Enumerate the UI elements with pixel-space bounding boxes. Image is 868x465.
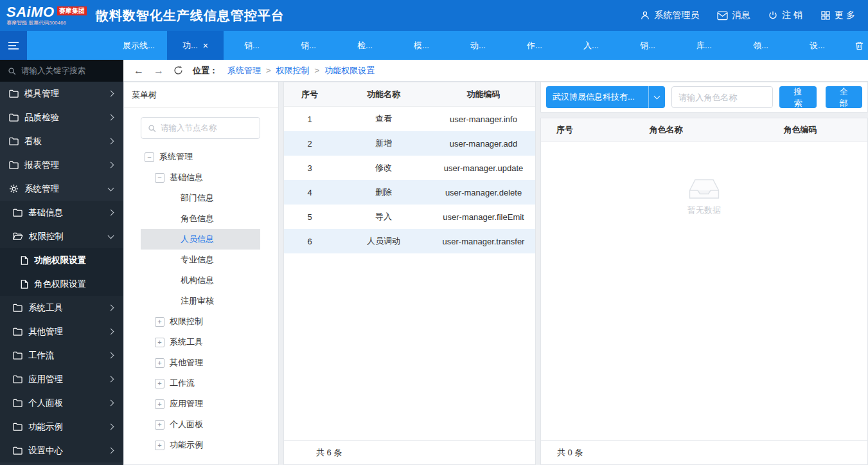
table-row[interactable]: 5 导入 user-manager.fileEmit — [284, 205, 535, 229]
sidebar-item-quality[interactable]: 品质检验 — [0, 105, 123, 129]
logout-button[interactable]: 注 销 — [768, 10, 802, 21]
tree-node-permission-control[interactable]: 权限控制 — [141, 311, 260, 332]
sidebar-item-system-tools[interactable]: 系统工具 — [0, 296, 123, 320]
tree-node-registration[interactable]: 注册审核 — [141, 291, 260, 311]
sidebar-search-input[interactable] — [21, 66, 116, 75]
expand-icon[interactable] — [155, 441, 164, 450]
gear-icon — [9, 184, 19, 194]
tab-bar: 展示线... 功... 销... 销... 检... 模... 动... 作..… — [0, 31, 868, 60]
tree-node-system[interactable]: 系统管理 — [141, 147, 260, 167]
tab-settings[interactable]: 设... — [789, 31, 846, 60]
table-row[interactable]: 6 人员调动 user-manager.transfer — [284, 229, 535, 253]
sidebar-item-apps[interactable]: 应用管理 — [0, 367, 123, 391]
table-row[interactable]: 1 查看 user-manager.info — [284, 107, 535, 131]
sidebar-item-label: 角色权限设置 — [34, 278, 86, 290]
sidebar-item-examples[interactable]: 功能示例 — [0, 415, 123, 439]
sidebar-item-other[interactable]: 其他管理 — [0, 320, 123, 343]
admin-user-menu[interactable]: 系统管理员 — [640, 10, 699, 21]
expand-icon[interactable] — [155, 338, 164, 347]
cell-no: 3 — [284, 163, 335, 173]
refresh-icon[interactable] — [173, 66, 183, 75]
back-icon[interactable] — [134, 66, 144, 76]
tree-node-department[interactable]: 部门信息 — [141, 188, 260, 208]
more-button[interactable]: 更 多 — [820, 10, 855, 21]
tree-node-examples[interactable]: 功能示例 — [141, 435, 260, 455]
chevron-right-icon — [108, 400, 114, 406]
sidebar-item-personal[interactable]: 个人面板 — [0, 391, 123, 415]
collapse-icon[interactable] — [155, 173, 164, 183]
sidebar-item-label: 应用管理 — [28, 374, 63, 385]
breadcrumb-item-permission[interactable]: 权限控制 — [276, 65, 310, 77]
search-button[interactable]: 搜索 — [779, 86, 816, 108]
sidebar-item-mold[interactable]: 模具管理 — [0, 82, 123, 105]
tree-node-system-tools[interactable]: 系统工具 — [141, 332, 260, 352]
tab-function-permission[interactable]: 功... — [167, 31, 224, 60]
expand-icon[interactable] — [155, 420, 164, 430]
tab-work[interactable]: 作... — [506, 31, 563, 60]
chevron-down-icon — [108, 185, 114, 191]
sidebar-item-permission-control[interactable]: 权限控制 — [0, 224, 123, 248]
expand-icon[interactable] — [155, 379, 164, 388]
sidebar-collapse-button[interactable] — [0, 31, 27, 60]
sidebar-item-label: 其他管理 — [28, 326, 63, 338]
role-name-input[interactable] — [671, 86, 773, 108]
sidebar: 模具管理 品质检验 看板 报表管理 系统管理 — [0, 60, 123, 465]
tree-node-personnel[interactable]: 人员信息 — [141, 229, 260, 250]
folder-icon — [13, 327, 22, 336]
sidebar-item-label: 系统工具 — [28, 302, 63, 314]
tab-mold[interactable]: 模... — [393, 31, 450, 60]
all-button[interactable]: 全部 — [826, 86, 862, 108]
tab-inbound[interactable]: 入... — [563, 31, 619, 60]
tree-node-major[interactable]: 专业信息 — [141, 250, 260, 270]
sidebar-item-workflow[interactable]: 工作流 — [0, 343, 123, 367]
close-all-tabs-button[interactable] — [846, 31, 868, 60]
sidebar-item-settings-center[interactable]: 设置中心 — [0, 439, 123, 462]
tab-label: 设... — [810, 40, 825, 51]
tree-node-organization[interactable]: 机构信息 — [141, 270, 260, 291]
tab-display-line[interactable]: 展示线... — [111, 31, 167, 60]
tree-search-input[interactable] — [161, 123, 253, 132]
sidebar-item-label: 报表管理 — [24, 160, 59, 171]
tab-dynamic[interactable]: 动... — [450, 31, 506, 60]
tree-node-apps[interactable]: 应用管理 — [141, 394, 260, 414]
tab-label: 动... — [470, 40, 486, 51]
collapse-icon[interactable] — [145, 152, 154, 162]
expand-icon[interactable] — [155, 399, 164, 409]
sidebar-item-basic-info[interactable]: 基础信息 — [0, 201, 123, 224]
table-row[interactable]: 4 删除 user-manager.delete — [284, 180, 535, 205]
tab-inventory[interactable]: 库... — [676, 31, 732, 60]
company-select[interactable]: 武汉博晟信息科技有... — [546, 86, 665, 108]
tab-label: 作... — [527, 40, 542, 51]
folder-icon — [9, 89, 19, 98]
tab-sales-3[interactable]: 销... — [619, 31, 676, 60]
tree-node-label: 专业信息 — [181, 254, 214, 266]
sidebar-item-function-permission[interactable]: 功能权限设置 — [0, 248, 123, 272]
sidebar-item-system[interactable]: 系统管理 — [0, 177, 123, 201]
close-icon[interactable] — [203, 41, 208, 50]
tree-node-basic-info[interactable]: 基础信息 — [141, 167, 260, 188]
tree-node-role[interactable]: 角色信息 — [141, 208, 260, 229]
table-row[interactable]: 3 修改 user-manager.update — [284, 156, 535, 180]
tab-label: 模... — [414, 40, 429, 51]
sidebar-item-role-permission[interactable]: 角色权限设置 — [0, 272, 123, 296]
messages-button[interactable]: 消息 — [717, 10, 750, 21]
trash-icon — [855, 41, 864, 51]
table-row[interactable]: 2 新增 user-manager.add — [284, 131, 535, 156]
chevron-right-icon — [108, 210, 114, 216]
breadcrumb-item-system[interactable]: 系统管理 — [227, 65, 261, 77]
breadcrumb-item-function-permission[interactable]: 功能权限设置 — [324, 65, 375, 77]
tab-sales-1[interactable]: 销... — [224, 31, 280, 60]
tree-node-workflow[interactable]: 工作流 — [141, 373, 260, 394]
tab-inspection[interactable]: 检... — [337, 31, 393, 60]
expand-icon[interactable] — [155, 317, 164, 327]
select-caret — [648, 86, 665, 108]
forward-icon[interactable] — [154, 66, 164, 76]
tab-sales-2[interactable]: 销... — [280, 31, 337, 60]
tree-node-other[interactable]: 其他管理 — [141, 352, 260, 373]
sidebar-item-kanban[interactable]: 看板 — [0, 129, 123, 153]
tab-pick[interactable]: 领... — [732, 31, 789, 60]
sidebar-item-reports[interactable]: 报表管理 — [0, 153, 123, 177]
search-icon — [148, 124, 156, 132]
tree-node-personal[interactable]: 个人面板 — [141, 414, 260, 435]
expand-icon[interactable] — [155, 358, 164, 368]
